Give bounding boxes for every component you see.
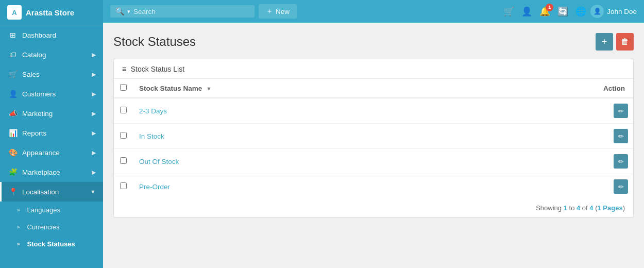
row-checkbox-cell <box>114 149 133 174</box>
card-header-title: Stock Status List <box>131 65 184 73</box>
col-name-label: Stock Status Name <box>139 85 202 92</box>
sidebar-item-label: Catalog <box>22 51 46 59</box>
delete-button[interactable]: 🗑 <box>616 33 634 51</box>
page-actions: + 🗑 <box>596 33 634 51</box>
row-action-cell: ✏ <box>484 174 633 199</box>
sidebar-item-label: Customers <box>22 90 56 98</box>
sidebar-subitem-label: Languages <box>27 206 60 214</box>
chevron-right-icon: ▶ <box>92 91 96 97</box>
header-name-col[interactable]: Stock Status Name ▼ <box>133 79 484 98</box>
topbar: 🔍 ▾ ＋ New 🛒 👤 🔔 1 🔄 🌐 👤 John Doe <box>103 0 644 23</box>
sidebar-item-sales[interactable]: 🛒 Sales ▶ <box>0 64 103 84</box>
refresh-icon[interactable]: 🔄 <box>557 6 568 17</box>
sidebar-nav: ⊞ Dashboard 🏷 Catalog ▶ 🛒 Sales ▶ 👤 Cust… <box>0 25 103 268</box>
row-checkbox[interactable] <box>120 107 127 113</box>
chevron-down-icon: ▼ <box>90 189 96 195</box>
table-row: 2-3 Days ✏ <box>114 98 633 124</box>
row-name-link[interactable]: 2-3 Days <box>139 107 167 115</box>
edit-button[interactable]: ✏ <box>614 179 628 194</box>
row-name-cell: 2-3 Days <box>133 98 484 124</box>
edit-button[interactable]: ✏ <box>614 154 628 169</box>
table-row: Pre-Order ✏ <box>114 174 633 199</box>
sidebar-item-marketing[interactable]: 📣 Marketing ▶ <box>0 104 103 123</box>
sub-arrow-icon: » <box>17 207 20 213</box>
sort-icon: ▼ <box>206 86 212 92</box>
chevron-right-icon: ▶ <box>92 169 96 176</box>
row-action-cell: ✏ <box>484 124 633 149</box>
row-action-cell: ✏ <box>484 98 633 124</box>
row-action-cell: ✏ <box>484 149 633 174</box>
user-name: John Doe <box>607 8 637 15</box>
cart-icon[interactable]: 🛒 <box>503 6 514 17</box>
logo-icon: A <box>7 5 22 20</box>
marketplace-icon: 🧩 <box>9 168 17 176</box>
sidebar-item-reports[interactable]: 📊 Reports ▶ <box>0 123 103 143</box>
user-menu[interactable]: 👤 John Doe <box>590 5 637 18</box>
sidebar: A Arastta Store ⊞ Dashboard 🏷 Catalog ▶ … <box>0 0 103 268</box>
row-name-link[interactable]: Pre-Order <box>139 183 170 191</box>
search-icon: 🔍 <box>115 7 124 15</box>
notifications-badge: 1 <box>546 4 553 11</box>
row-checkbox[interactable] <box>120 182 127 189</box>
sidebar-item-marketplace[interactable]: 🧩 Marketplace ▶ <box>0 162 103 182</box>
globe-icon[interactable]: 🌐 <box>575 6 586 17</box>
row-name-link[interactable]: Out Of Stock <box>139 158 179 165</box>
sidebar-item-label: Reports <box>22 129 46 137</box>
notifications-icon[interactable]: 🔔 1 <box>539 6 550 17</box>
pagination-total: 4 <box>589 204 593 212</box>
header-checkbox-col <box>114 79 133 98</box>
row-checkbox[interactable] <box>120 157 127 164</box>
stock-status-card: ≡ Stock Status List Stock Status Name ▼ <box>113 59 634 217</box>
row-checkbox-cell <box>114 124 133 149</box>
new-label: New <box>276 8 290 15</box>
row-checkbox[interactable] <box>120 132 127 139</box>
sales-icon: 🛒 <box>9 70 17 78</box>
app-name: Arastta Store <box>26 8 74 17</box>
row-name-link[interactable]: In Stock <box>139 132 164 140</box>
sidebar-item-customers[interactable]: 👤 Customers ▶ <box>0 84 103 104</box>
add-button[interactable]: + <box>596 33 613 51</box>
avatar: 👤 <box>590 5 604 18</box>
sidebar-item-label: Marketplace <box>22 169 60 176</box>
chevron-right-icon: ▶ <box>92 110 96 117</box>
edit-button[interactable]: ✏ <box>614 104 628 118</box>
chevron-right-icon: ▶ <box>92 52 96 58</box>
catalog-icon: 🏷 <box>9 51 17 59</box>
sidebar-subitem-languages[interactable]: » Languages <box>0 202 103 219</box>
pagination-from: 1 <box>564 204 567 212</box>
new-button[interactable]: ＋ New <box>259 4 297 19</box>
reports-icon: 📊 <box>9 129 17 137</box>
row-name-cell: Pre-Order <box>133 174 484 199</box>
search-dropdown-icon[interactable]: ▾ <box>127 8 130 15</box>
sidebar-subitem-currencies[interactable]: » Currencies <box>0 219 103 236</box>
select-all-checkbox[interactable] <box>120 84 127 91</box>
marketing-icon: 📣 <box>9 109 17 118</box>
sub-arrow-icon: » <box>17 241 20 247</box>
sidebar-logo[interactable]: A Arastta Store <box>0 0 103 25</box>
header-action-col: Action <box>484 79 633 98</box>
localisation-icon: 📍 <box>9 188 17 196</box>
pagination-info: Showing 1 to 4 of 4 (1 Pages) <box>114 199 633 217</box>
search-bar[interactable]: 🔍 ▾ <box>110 5 255 18</box>
search-input[interactable] <box>133 8 249 15</box>
sidebar-subitem-label: Currencies <box>27 223 60 231</box>
sidebar-item-dashboard[interactable]: ⊞ Dashboard <box>0 25 103 45</box>
page-title: Stock Statuses <box>113 35 196 49</box>
stock-status-table: Stock Status Name ▼ Action 2-3 Days <box>114 79 633 199</box>
customers-icon: 👤 <box>9 90 17 98</box>
chevron-right-icon: ▶ <box>92 71 96 78</box>
sidebar-subitem-stock-statuses[interactable]: » Stock Statuses <box>0 236 103 253</box>
page-header: Stock Statuses + 🗑 <box>113 33 634 51</box>
chevron-right-icon: ▶ <box>92 130 96 137</box>
sidebar-item-label: Localisation <box>22 188 59 196</box>
sub-arrow-icon: » <box>17 224 20 230</box>
sidebar-item-label: Appearance <box>22 149 60 157</box>
pagination-to: 4 <box>577 204 580 212</box>
user-circle-icon[interactable]: 👤 <box>521 6 532 17</box>
edit-button[interactable]: ✏ <box>614 129 628 143</box>
table-row: Out Of Stock ✏ <box>114 149 633 174</box>
sidebar-item-localisation[interactable]: 📍 Localisation ▼ <box>0 182 103 202</box>
sidebar-item-catalog[interactable]: 🏷 Catalog ▶ <box>0 45 103 64</box>
sidebar-item-appearance[interactable]: 🎨 Appearance ▶ <box>0 143 103 162</box>
table-row: In Stock ✏ <box>114 124 633 149</box>
